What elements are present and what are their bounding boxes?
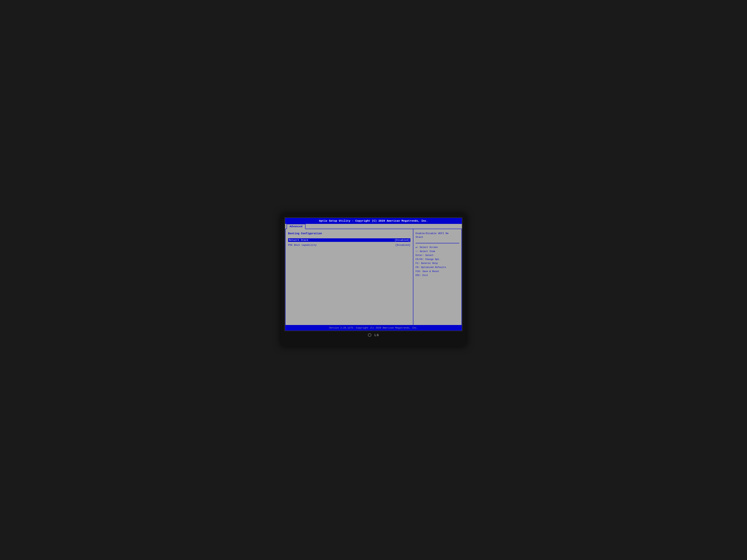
pxe-boot-label: PXE Boot capability [288,244,395,246]
hint-select-screen: ⇄: Select Screen [416,245,459,250]
network-stack-row[interactable]: Network Stack [Disabled] [288,238,410,242]
monitor-brand: LG [285,334,462,337]
tab-bar: Advanced [285,224,462,229]
hint-enter: Enter: Select [416,254,459,258]
hint-f10: F10: Save & Reset [416,270,459,274]
network-stack-value: [Disabled] [394,238,410,242]
divider [416,243,459,243]
lg-logo-circle [368,334,371,337]
footer-text: Version 2.20.1275. Copyright (C) 2020 Am… [329,327,418,329]
pxe-boot-value: [Disabled] [395,244,410,246]
hint-f5f6: F5/F6: Change Opt. [416,258,459,262]
monitor-outer: Aptio Setup Utility - Copyright (C) 2020… [281,214,466,346]
left-panel: Booting Configuration Network Stack [Dis… [285,229,413,325]
pxe-boot-row[interactable]: PXE Boot capability [Disabled] [288,244,410,246]
section-title: Booting Configuration [288,232,410,235]
monitor-screen: Aptio Setup Utility - Copyright (C) 2020… [285,217,462,331]
title-bar: Aptio Setup Utility - Copyright (C) 2020… [285,218,462,224]
hint-f1: F1: General Help [416,262,459,266]
network-stack-label: Network Stack [288,238,394,242]
right-panel: Enable/Disable UEFI NeStack ⇄: Select Sc… [413,229,462,325]
hint-select-item: ↕: Select Item [416,250,459,254]
help-text: Enable/Disable UEFI NeStack [416,232,459,239]
hint-f9: F9: Optimized Defaults [416,266,459,270]
bios-wrapper: Aptio Setup Utility - Copyright (C) 2020… [285,218,462,330]
hint-esc: ESC: Exit [416,273,459,277]
main-content: Booting Configuration Network Stack [Dis… [285,229,462,325]
title-text: Aptio Setup Utility - Copyright (C) 2020… [319,219,428,222]
key-hints: ⇄: Select Screen ↕: Select Item Enter: S… [416,245,459,277]
brand-name: LG [375,334,379,337]
tab-advanced[interactable]: Advanced [287,224,306,229]
footer-bar: Version 2.20.1275. Copyright (C) 2020 Am… [285,325,462,330]
